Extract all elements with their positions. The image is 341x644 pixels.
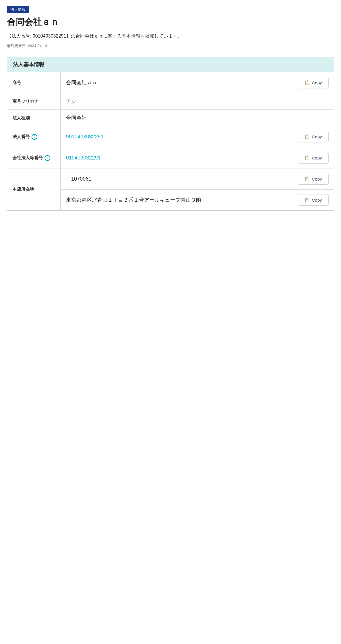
label-2: 法人種別 [7,110,61,126]
value-text-1: アン [66,98,329,105]
copy-button-4[interactable]: 📋Copy [298,152,329,164]
page-badge: 法人情報 [7,6,29,13]
label-1: 商号フリガナ [7,93,61,110]
sub-copy-button-5[interactable]: 📋Copy [298,194,329,206]
copy-button-0[interactable]: 📋Copy [298,77,329,88]
copy-icon: 📋 [305,197,310,203]
last-updated: 最終更新日: 2024-04-19 [7,43,334,49]
page-description: 【法人番号: 9010403032291】の合同会社ａｎに関する基本情報を掲載し… [7,32,334,40]
label-4: 会社法人等番号? [7,147,61,168]
value-link-3: 9010403032291 [66,134,294,140]
info-table: 商号合同会社ａｎ📋Copy商号フリガナアン法人種別合同会社法人番号?901040… [7,72,334,211]
help-icon[interactable]: ? [45,155,50,161]
copy-icon: 📋 [305,134,310,139]
copy-icon: 📋 [305,155,310,160]
copy-button-3[interactable]: 📋Copy [298,131,329,142]
copy-label: Copy [312,80,322,85]
copy-label: Copy [312,155,322,160]
value-cell-5: 〒1070061📋Copy [61,168,334,189]
help-icon[interactable]: ? [32,134,37,140]
copy-icon: 📋 [305,176,310,181]
copy-button-5[interactable]: 📋Copy [298,173,329,185]
copy-icon: 📋 [305,80,310,85]
value-link-4: 010403032291 [66,155,294,161]
value-cell-1: アン [61,93,334,110]
label-5: 本店所在地 [7,168,61,211]
sub-value-text-5: 東京都港区北青山１丁目３番１号アールキューブ青山３階 [66,196,294,203]
value-text-0: 合同会社ａｎ [66,79,294,86]
value-cell-2: 合同会社 [61,110,334,126]
copy-label: Copy [312,198,322,203]
section-header: 法人基本情報 [7,57,334,72]
label-3: 法人番号? [7,126,61,147]
value-cell-4: 010403032291📋Copy [61,147,334,168]
value-text-2: 合同会社 [66,114,329,121]
copy-label: Copy [312,177,322,181]
sub-value-cell-5: 東京都港区北青山１丁目３番１号アールキューブ青山３階📋Copy [61,190,334,210]
copy-label: Copy [312,134,322,139]
label-0: 商号 [7,72,61,93]
page-title: 合同会社ａｎ [7,16,334,28]
value-text-5: 〒1070061 [66,175,294,182]
value-cell-3: 9010403032291📋Copy [61,126,334,147]
value-cell-0: 合同会社ａｎ📋Copy [61,72,334,93]
